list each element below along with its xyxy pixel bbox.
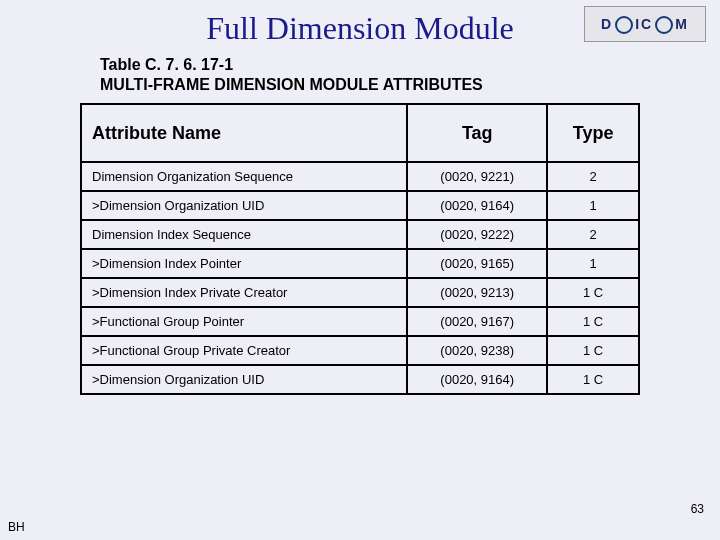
cell-type: 1 C: [547, 278, 639, 307]
header-type: Type: [547, 104, 639, 162]
cell-tag: (0020, 9238): [407, 336, 547, 365]
caption-line-1: Table C. 7. 6. 17-1: [100, 56, 233, 73]
attributes-table: Attribute Name Tag Type Dimension Organi…: [80, 103, 640, 395]
cell-type: 1: [547, 249, 639, 278]
table-row: >Dimension Organization UID (0020, 9164)…: [81, 191, 639, 220]
table-row: >Functional Group Private Creator (0020,…: [81, 336, 639, 365]
cell-tag: (0020, 9165): [407, 249, 547, 278]
cell-type: 2: [547, 162, 639, 191]
cell-attr: >Functional Group Private Creator: [81, 336, 407, 365]
table-row: >Functional Group Pointer (0020, 9167) 1…: [81, 307, 639, 336]
table-row: >Dimension Organization UID (0020, 9164)…: [81, 365, 639, 394]
cell-attr: >Dimension Index Private Creator: [81, 278, 407, 307]
table-row: >Dimension Index Pointer (0020, 9165) 1: [81, 249, 639, 278]
cell-tag: (0020, 9164): [407, 191, 547, 220]
table-header-row: Attribute Name Tag Type: [81, 104, 639, 162]
cell-type: 1: [547, 191, 639, 220]
cell-tag: (0020, 9221): [407, 162, 547, 191]
cell-attr: >Functional Group Pointer: [81, 307, 407, 336]
cell-type: 2: [547, 220, 639, 249]
header-attribute: Attribute Name: [81, 104, 407, 162]
cell-tag: (0020, 9222): [407, 220, 547, 249]
cell-attr: Dimension Organization Sequence: [81, 162, 407, 191]
page-number: 63: [691, 502, 704, 516]
cell-attr: >Dimension Organization UID: [81, 191, 407, 220]
table-row: Dimension Index Sequence (0020, 9222) 2: [81, 220, 639, 249]
cell-type: 1 C: [547, 307, 639, 336]
header-tag: Tag: [407, 104, 547, 162]
table-row: Dimension Organization Sequence (0020, 9…: [81, 162, 639, 191]
cell-attr: >Dimension Organization UID: [81, 365, 407, 394]
caption-line-2: MULTI-FRAME DIMENSION MODULE ATTRIBUTES: [100, 76, 483, 93]
cell-tag: (0020, 9164): [407, 365, 547, 394]
table-caption: Table C. 7. 6. 17-1 MULTI-FRAME DIMENSIO…: [100, 55, 720, 95]
cell-attr: Dimension Index Sequence: [81, 220, 407, 249]
cell-type: 1 C: [547, 336, 639, 365]
dicom-logo: DICM: [584, 6, 706, 42]
cell-tag: (0020, 9167): [407, 307, 547, 336]
table-row: >Dimension Index Private Creator (0020, …: [81, 278, 639, 307]
cell-type: 1 C: [547, 365, 639, 394]
cell-attr: >Dimension Index Pointer: [81, 249, 407, 278]
footer-initials: BH: [8, 520, 25, 534]
cell-tag: (0020, 9213): [407, 278, 547, 307]
